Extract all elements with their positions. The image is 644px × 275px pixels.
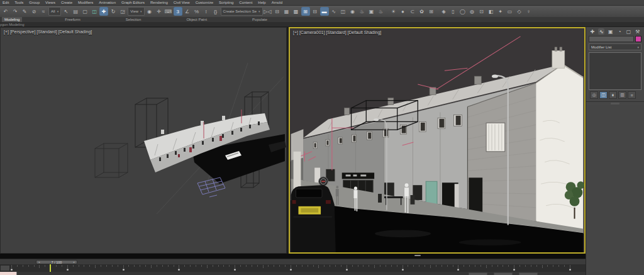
plant-icon[interactable]: ✿ [418,7,426,16]
light-icon[interactable]: ☀ [389,7,398,16]
menu-civil-view[interactable]: Civil View [174,0,190,5]
align-icon[interactable]: ⊟ [273,7,282,16]
toolbar-icon[interactable]: ◧ [487,7,496,16]
menu-views[interactable]: Views [45,0,55,5]
menu-scripting[interactable]: Scripting [219,0,233,5]
menu-modifiers[interactable]: Modifiers [78,0,93,5]
current-frame-marker[interactable] [50,264,51,272]
reference-coordinate-dropdown[interactable]: View▾ [128,7,144,16]
viewport-camera001-label[interactable]: [+] [Camera001] [Standard] [Default Shad… [293,30,381,35]
menu-create[interactable]: Create [61,0,72,5]
toolbar-icon[interactable]: ▭ [506,7,514,16]
select-and-rotate-icon[interactable]: ↻ [109,7,118,16]
menu-graph-editors[interactable]: Graph Editors [121,0,145,5]
show-end-result-button[interactable]: ◫ [599,91,608,99]
ribbon-tab-selection[interactable]: Selection [123,17,144,22]
mirror-icon[interactable]: ▷◁ [264,7,272,16]
toolbar-icon[interactable]: ◇ [515,7,524,16]
status-field[interactable] [494,272,513,275]
ribbon-tab-object-paint[interactable]: Object Paint [184,17,209,22]
layer-manager-icon[interactable]: ▦ [282,7,291,16]
previous-frame-icon[interactable]: ◄ [38,261,40,264]
display-tab[interactable]: ▢ [626,28,632,35]
menu-arnold[interactable]: Arnold [272,0,282,5]
configure-modifier-sets-button[interactable]: ≡ [628,91,636,99]
render-production-icon[interactable]: ♨ [377,7,386,16]
named-selection-sets-dropdown[interactable]: Create Selection Se▾ [221,7,263,16]
undo-icon[interactable]: ↶ [1,7,10,16]
menu-help[interactable]: Help [258,0,265,5]
select-and-move-icon[interactable]: ✚ [99,7,108,16]
object-name-field[interactable] [589,36,634,42]
toolbar-icon[interactable]: ◈ [440,7,448,16]
object-color-swatch[interactable] [635,36,641,42]
modifier-stack-list[interactable] [589,52,641,90]
macro-recorder-pane[interactable] [0,272,17,275]
toggle-scene-explorer-icon[interactable]: ⊞ [301,7,310,16]
rendered-frame-icon[interactable]: ▣ [367,7,376,16]
rollout-grip[interactable] [611,103,619,104]
material-editor-icon[interactable]: ◉ [348,7,357,16]
status-field[interactable] [469,272,487,275]
ribbon-tab-populate[interactable]: Populate [250,17,270,22]
menu-animation[interactable]: Animation [99,0,116,5]
menu-group[interactable]: Group [29,0,40,5]
modify-tab[interactable]: ∿ [598,28,604,35]
select-by-name-icon[interactable]: ▤ [71,7,80,16]
next-frame-icon[interactable]: ► [73,261,75,264]
select-object-icon[interactable]: ↖ [62,7,70,16]
layer-list-icon[interactable]: ▩ [292,7,301,16]
track-bar[interactable] [0,264,586,272]
edit-named-selections-icon[interactable]: {} [211,7,220,16]
grid-icon[interactable]: ⊞ [427,7,436,16]
angle-snap-icon[interactable]: ∠ [183,7,192,16]
rectangular-selection-icon[interactable]: ▢ [80,7,89,16]
status-field[interactable] [519,272,538,275]
select-and-link-icon[interactable]: ✎ [20,7,29,16]
toolbar-icon[interactable]: ◯ [458,7,467,16]
window-crossing-icon[interactable]: ◫ [90,7,99,16]
toolbar-icon[interactable]: ▯ [449,7,458,16]
viewport-perspective-label[interactable]: [+] [Perspective] [Standard] [Default Sh… [4,30,92,34]
utilities-tab[interactable]: ⚒ [635,28,641,35]
unlink-selection-icon[interactable]: ⊘ [30,7,38,16]
menu-customize[interactable]: Customize [196,0,213,5]
use-pivot-point-icon[interactable]: ◉ [145,7,154,16]
remove-modifier-button[interactable]: ▥ [618,91,626,99]
create-tab[interactable]: ✚ [589,28,596,35]
toggle-layer-explorer-icon[interactable]: ⊟ [311,7,319,16]
menu-content[interactable]: Content [239,0,252,5]
toolbar-icon[interactable]: ✦ [496,7,505,16]
schematic-view-icon[interactable]: ◫ [339,7,348,16]
curve-editor-icon[interactable]: ∿ [330,7,338,16]
ribbon-collapsed-strip[interactable]: Polygon Modeling [0,22,644,27]
chain-icon[interactable]: ⊂ [408,7,417,16]
percent-snap-icon[interactable]: % [192,7,201,16]
sphere-icon[interactable]: ● [399,7,408,16]
motion-tab[interactable]: ◔ [616,28,623,35]
select-and-scale-icon[interactable]: ◲ [118,7,127,16]
time-slider-handle[interactable]: ◄ 7 / 100 ► [36,260,77,264]
ribbon-tab-freeform[interactable]: Freeform [62,17,82,22]
menu-edit[interactable]: Edit [3,0,9,5]
hierarchy-tab[interactable]: ▣ [608,28,614,35]
toggle-ribbon-icon[interactable]: ▬ [320,7,329,16]
toolbar-icon[interactable]: ⊡ [477,7,486,16]
make-unique-button[interactable]: ∎ [609,91,617,99]
bind-to-space-warp-icon[interactable]: ≈ [39,7,48,16]
viewport-camera001[interactable]: [+] [Camera001] [Standard] [Default Shad… [289,27,586,254]
splitter-grip[interactable] [414,255,421,256]
ribbon-tab-modeling[interactable]: Modeling [2,17,22,22]
render-setup-icon[interactable]: ♨ [358,7,367,16]
modifier-list-dropdown[interactable]: Modifier List ▾ [589,43,641,50]
toolbar-icon[interactable]: ◍ [468,7,477,16]
keyboard-override-icon[interactable]: ⌨ [164,7,173,16]
select-and-manipulate-icon[interactable]: ✛ [155,7,164,16]
spinner-snap-icon[interactable]: ↕ [202,7,211,16]
selection-filter-dropdown[interactable]: All▾ [48,7,61,16]
viewport-perspective[interactable]: [+] [Perspective] [Standard] [Default Sh… [0,27,287,254]
menu-tools[interactable]: Tools [14,0,23,5]
redo-icon[interactable]: ↷ [11,7,19,16]
toolbar-icon[interactable]: ♀ [525,7,533,16]
menu-rendering[interactable]: Rendering [150,0,168,5]
